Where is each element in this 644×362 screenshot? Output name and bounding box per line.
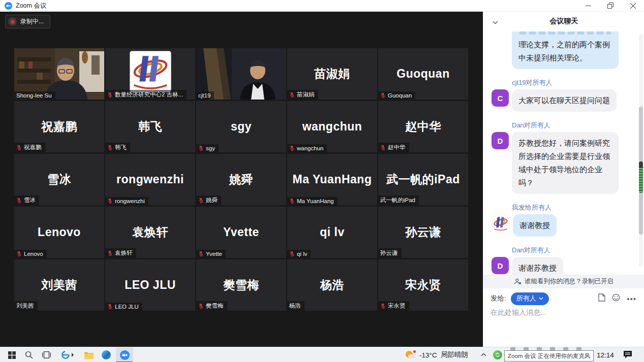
participant-label-text: 数量经济研究中心2 吉林... [115, 91, 183, 98]
muted-mic-icon [289, 145, 295, 151]
message-text: 苏教授您好，请问案例研究所选择的企业需要是行业领域中处于领导地位的企业吗？ [518, 139, 610, 187]
tray-expand-icon[interactable] [481, 351, 486, 358]
muted-mic-icon [16, 251, 22, 257]
participant-label-text: sgy [206, 145, 215, 151]
file-attach-icon[interactable] [598, 293, 605, 304]
muted-mic-icon [380, 145, 386, 151]
participant-tile[interactable]: cjt19 [196, 48, 286, 100]
participant-tile[interactable]: 韩飞韩飞 [105, 101, 195, 152]
participant-tile[interactable]: 宋永贤宋永贤 [378, 259, 468, 311]
file-explorer-icon[interactable] [80, 347, 98, 362]
action-center-icon[interactable] [623, 350, 632, 361]
participant-tile[interactable]: 武一帆的iPad武一帆的iPad [378, 154, 468, 205]
task-view-button[interactable] [38, 347, 55, 362]
chat-input[interactable]: 在此处输入消息... [490, 308, 546, 317]
participant-label-text: 赵中华 [388, 144, 406, 151]
participant-tile[interactable]: 祝嘉鹏祝嘉鹏 [14, 101, 104, 152]
tray-antivirus-icon[interactable] [493, 350, 502, 359]
participant-label: wangchun [287, 144, 327, 152]
participant-tile[interactable]: 赵中华赵中华 [378, 101, 468, 152]
message-text: 谢谢教授 [519, 221, 550, 229]
muted-mic-icon [107, 92, 113, 98]
participant-tile[interactable]: 孙云谦孙云谦 [378, 207, 468, 258]
avatar [492, 214, 510, 233]
participant-tile[interactable]: GuoquanGuoquan [378, 48, 468, 100]
restore-button[interactable] [599, 0, 622, 11]
participant-label: 武一帆的iPad [378, 195, 419, 205]
zoom-taskbar-icon[interactable] [116, 347, 133, 362]
participant-tile[interactable]: 樊雪梅樊雪梅 [196, 259, 286, 311]
weather-widget[interactable]: -13°C 局部晴朗 [406, 347, 468, 362]
chat-message-list[interactable]: 理论支撑，之前的两个案例中未提到相关理论。cjt19对所有人C大家可以在聊天区提… [492, 31, 625, 275]
participant-label-text: Yvette [206, 251, 222, 257]
participant-label: Lenovo [14, 250, 47, 258]
start-button[interactable] [3, 347, 20, 362]
participant-label: 赵中华 [378, 143, 409, 152]
participant-tile[interactable]: rongwenzhirongwenzhi [105, 154, 195, 205]
participant-tile[interactable]: YvetteYvette [196, 207, 286, 258]
participant-tile[interactable]: 苗淑娟苗淑娟 [287, 48, 377, 100]
muted-mic-icon [198, 145, 204, 151]
muted-mic-icon [198, 303, 204, 309]
message-sender-line: Dan对所有人 [512, 121, 625, 130]
window-title: Zoom 会议 [16, 2, 46, 10]
participant-tile[interactable]: Ma YuanHangMa YuanHang [287, 154, 377, 205]
video-gallery-area: 录制中... Shong-lee Su数量经济研究中心2 吉林...cjt19苗… [0, 11, 483, 347]
muted-mic-icon [16, 145, 22, 151]
muted-mic-icon [289, 92, 295, 98]
participant-label-text: Ma YuanHang [297, 198, 334, 204]
weather-temp: -13°C [419, 351, 437, 359]
participant-tile[interactable]: wangchunwangchun [287, 101, 377, 152]
participant-label-text: 祝嘉鹏 [24, 144, 42, 151]
muted-mic-icon [107, 250, 113, 256]
participant-tile[interactable]: 雪冰雪冰 [14, 154, 104, 205]
edge-browser-icon[interactable] [98, 347, 115, 362]
chat-message: Dan对所有人D谢谢苏教授 [492, 246, 625, 275]
chat-panel: 会议聊天 理论支撑，之前的两个案例中未提到相关理论。cjt19对所有人C大家可以… [483, 11, 644, 347]
chevron-down-icon[interactable] [493, 18, 498, 26]
participant-label: cjt19 [196, 91, 214, 100]
message-bubble: 大家可以在聊天区提问问题 [512, 89, 617, 112]
chat-scrollbar-grip[interactable] [639, 161, 643, 193]
recording-indicator[interactable]: 录制中... [5, 15, 50, 28]
chat-scrollbar[interactable] [639, 34, 643, 267]
avatar: D [492, 132, 509, 149]
muted-mic-icon [16, 198, 22, 204]
more-options-icon[interactable]: ••• [627, 294, 636, 303]
internet-explorer-icon[interactable] [57, 347, 78, 362]
chat-message: cjt19对所有人C大家可以在聊天区提问问题 [492, 78, 625, 112]
participant-label-text: 杨浩 [289, 302, 301, 310]
participant-tile[interactable]: 数量经济研究中心2 吉林... [105, 48, 195, 100]
participant-label: sgy [196, 144, 219, 152]
participant-tile[interactable]: Shong-lee Su [14, 48, 104, 100]
participant-label: Yvette [196, 250, 226, 258]
participant-tile[interactable]: qi lvqi lv [287, 207, 377, 258]
close-button[interactable] [622, 0, 644, 11]
participant-label-text: cjt19 [198, 92, 210, 98]
emoji-icon[interactable] [612, 293, 620, 304]
participant-tile[interactable]: 袁焕轩袁焕轩 [105, 207, 195, 258]
search-icon[interactable] [20, 347, 38, 362]
participant-tile[interactable]: 刘美茜刘美茜 [14, 259, 104, 311]
recording-label: 录制中... [20, 17, 44, 26]
taskbar-clock[interactable]: 12:14 [593, 347, 618, 362]
message-bubble: 谢谢苏教授 [512, 257, 563, 275]
chat-visibility-status: 谁能看到你的消息？录制已开启 [483, 275, 644, 288]
recipient-select[interactable]: 所有人 [511, 292, 549, 305]
participant-tile[interactable]: sgysgy [196, 101, 286, 152]
participant-label-text: Guoquan [388, 92, 412, 98]
participant-tile[interactable]: 姚舜姚舜 [196, 154, 286, 205]
muted-mic-icon [107, 304, 113, 310]
message-sender-line: cjt19对所有人 [512, 78, 625, 87]
participant-label-text: 刘美茜 [16, 302, 34, 310]
participant-label-text: wangchun [297, 145, 323, 151]
muted-mic-icon [107, 145, 113, 151]
chat-status-text: 谁能看到你的消息？录制已开启 [525, 277, 614, 286]
participant-tile[interactable]: 杨浩杨浩 [287, 259, 377, 311]
participant-tile[interactable]: LEO JLULEO JLU [105, 259, 195, 311]
minimize-button[interactable] [577, 0, 599, 11]
muted-mic-icon [289, 251, 295, 257]
participant-tile[interactable]: LenovoLenovo [14, 207, 104, 258]
participant-label: 苗淑娟 [287, 90, 318, 100]
participant-label-text: 姚舜 [206, 196, 218, 204]
